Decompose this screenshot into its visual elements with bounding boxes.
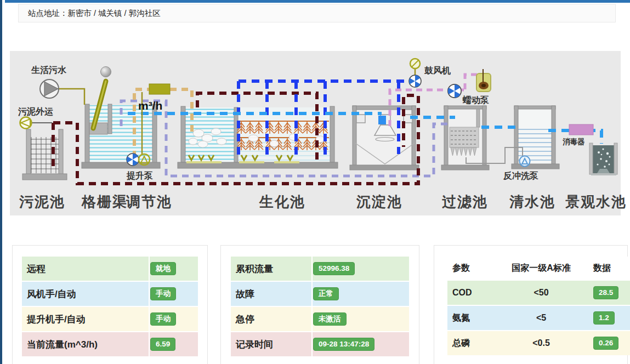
label-tank-sedimentation: 沉淀池 <box>356 194 402 210</box>
label-tank-clean-water: 清水池 <box>509 194 555 210</box>
row-label: 记录时间 <box>231 332 312 356</box>
tank-biochemical <box>178 106 338 168</box>
row-label: 累积流量 <box>231 257 312 281</box>
disinfector-unit <box>569 124 593 135</box>
table-row: COD <50 28.5 <box>447 280 630 305</box>
label-blower: 鼓风机 <box>424 66 451 75</box>
status-badge: 手动 <box>150 287 176 300</box>
label-tank-grid: 格栅渠 <box>81 194 128 210</box>
quality-table: 参数 国家一级A标准 数据 COD <50 28.5 氨氮 <5 1.2 总磷 … <box>447 257 630 355</box>
value-badge: 28.5 <box>593 286 618 299</box>
label-peristaltic-pump: 蠕动泵 <box>462 95 489 105</box>
control-panel: 远程 就地 风机手/自动 手动 提升机手/自动 手动 当前流量(m^3/h) 6… <box>12 245 208 364</box>
table-header-row: 参数 国家一级A标准 数据 <box>447 257 630 280</box>
tank-landscape-pond <box>589 143 617 175</box>
status-badge: 正常 <box>313 287 339 300</box>
status-badge: 手动 <box>150 312 176 326</box>
col-header-standard: 国家一级A标准 <box>502 257 580 280</box>
status-badge: 未激活 <box>313 312 347 326</box>
sewage-pump-icon <box>40 79 59 98</box>
table-row: 提升机手/自动 手动 <box>22 306 198 332</box>
tank-filter <box>441 106 489 170</box>
table-row: 氨氮 <5 1.2 <box>447 305 630 331</box>
label-flow-unit: m³/h <box>138 99 162 112</box>
row-label: 故障 <box>231 281 312 306</box>
label-sludge-outbound: 污泥外运 <box>18 107 54 116</box>
table-row: 当前流量(m^3/h) 6.59 <box>22 332 198 356</box>
label-tank-landscape: 景观水池 <box>565 194 627 210</box>
table-row: 风机手/自动 手动 <box>22 281 198 306</box>
flow-meter <box>149 84 170 94</box>
tank-sedimentation <box>350 106 419 170</box>
value-badge: 6.59 <box>150 338 175 351</box>
col-header-parameter: 参数 <box>447 257 502 280</box>
label-sewage-inlet: 生活污水 <box>31 65 67 75</box>
blower-valve-icon <box>410 59 420 69</box>
param-name: 氨氮 <box>447 305 502 331</box>
row-label: 提升机手/自动 <box>22 306 149 332</box>
table-row: 故障 正常 <box>231 281 409 306</box>
value-badge: 1.2 <box>593 311 615 325</box>
label-backwash-pump: 反冲洗泵 <box>503 171 538 180</box>
row-label: 风机手/自动 <box>22 281 149 306</box>
row-label: 急停 <box>231 306 312 332</box>
col-header-data: 数据 <box>580 257 630 280</box>
tank-clean-water <box>512 106 559 169</box>
label-tank-filter: 过滤池 <box>442 194 488 210</box>
param-standard: <50 <box>502 280 580 305</box>
water-quality-panel: 参数 国家一级A标准 数据 COD <50 28.5 氨氮 <5 1.2 总磷 … <box>434 245 628 364</box>
sludge-out-pump-icon <box>20 117 32 129</box>
table-row: 记录时间 09-28 13:47:28 <box>231 332 409 356</box>
clarifier-inlet-water <box>378 116 386 124</box>
status-panel: 累积流量 52996.38 故障 正常 急停 未激活 记录时间 09-28 13… <box>220 245 419 364</box>
row-label: 远程 <box>22 257 149 281</box>
conveyor-ball <box>101 67 111 77</box>
param-standard: <5 <box>502 305 580 331</box>
label-lift-pump: 提升泵 <box>126 171 153 180</box>
label-tank-biochemical: 生化池 <box>259 194 305 210</box>
status-badge: 就地 <box>150 262 176 275</box>
table-row: 远程 就地 <box>22 257 198 281</box>
value-badge: 0.26 <box>593 337 618 350</box>
row-label: 当前流量(m^3/h) <box>22 332 149 356</box>
status-table: 累积流量 52996.38 故障 正常 急停 未激活 记录时间 09-28 13… <box>231 257 409 356</box>
table-row: 总磷 <0.5 0.26 <box>447 331 630 355</box>
label-disinfector: 消毒器 <box>562 138 585 146</box>
value-badge: 52996.38 <box>313 262 355 275</box>
control-table: 远程 就地 风机手/自动 手动 提升机手/自动 手动 当前流量(m^3/h) 6… <box>22 257 198 356</box>
param-name: COD <box>447 280 502 305</box>
backwash-pump-icon <box>520 156 530 167</box>
table-row: 累积流量 52996.38 <box>231 257 409 281</box>
timestamp-badge: 09-28 13:47:28 <box>313 338 374 351</box>
label-tank-sludge: 污泥池 <box>19 194 65 210</box>
label-tank-regulating: 调节池 <box>126 194 172 210</box>
param-name: 总磷 <box>447 331 502 355</box>
param-standard: <0.5 <box>502 331 580 355</box>
table-row: 急停 未激活 <box>231 306 409 332</box>
